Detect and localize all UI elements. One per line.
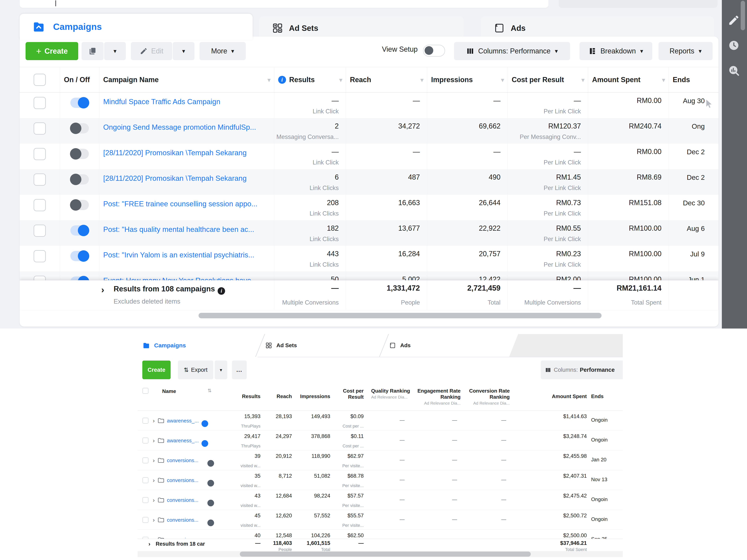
row-checkbox[interactable] [143,517,148,523]
row-checkbox[interactable] [143,437,148,444]
row-checkbox[interactable] [34,123,46,135]
create-button[interactable]: + Create [26,42,78,60]
table-row: › conversions... 39visited w... 20,912 1… [137,450,623,470]
horizontal-scrollbar[interactable] [240,552,531,557]
more-options-button[interactable]: ... [232,361,247,379]
header-ends[interactable]: Ends [669,67,719,92]
duplicate-dropdown-button[interactable]: ▾ [104,42,126,60]
row-checkbox[interactable] [34,199,46,211]
row-checkbox[interactable] [34,224,46,237]
filter-bar-partial[interactable] [559,0,718,8]
sort-icon[interactable]: ⇅ [208,388,211,393]
campaign-toggle[interactable] [70,174,89,185]
campaign-toggle[interactable] [70,225,89,236]
campaign-name-link[interactable]: Post: "Irvin Yalom is an existential psy… [103,251,270,259]
header-engagement-ranking[interactable]: Engagement Rate RankingAd Relevance Dia.… [416,383,463,410]
duplicate-button[interactable] [82,42,104,60]
create-button[interactable]: Create [142,361,171,379]
campaign-toggle[interactable] [70,123,89,133]
info-icon[interactable]: i [278,76,286,84]
edit-dropdown-button[interactable]: ▾ [173,42,195,60]
reports-button[interactable]: Reports▾ [659,42,713,60]
row-checkbox[interactable] [34,97,46,109]
campaign-name-link[interactable]: Mindful Space Traffic Ads Campaign [103,98,270,106]
header-conversion-ranking[interactable]: Conversion Rate RankingAd Relevance Dia.… [463,383,512,410]
expand-chevron-icon[interactable]: › [153,536,155,539]
tab-ad-sets[interactable]: Ad Sets [263,334,381,357]
campaign-toggle[interactable] [70,200,89,210]
expand-chevron-icon[interactable]: › [101,284,104,295]
export-button[interactable]: ⇅ Export [178,361,213,379]
row-checkbox[interactable] [34,276,46,280]
campaign-toggle[interactable] [70,149,89,159]
header-name[interactable]: Name ⇅ [137,383,234,410]
campaign-name-link[interactable]: Ongoing Send Message promotion MindfulSp… [103,123,270,131]
info-icon[interactable]: i [217,287,225,295]
header-reach[interactable]: Reach [262,383,294,410]
expand-chevron-icon[interactable]: › [148,540,150,547]
row-checkbox[interactable] [143,477,148,483]
row-checkbox[interactable] [143,418,148,424]
tab-ads[interactable]: Ads [387,334,505,357]
inspect-chart-icon[interactable] [728,64,740,77]
campaign-name-link[interactable]: conversions... [167,457,206,463]
row-checkbox[interactable] [143,457,148,463]
row-checkbox[interactable] [34,148,46,160]
columns-button[interactable]: Columns: Performance [541,361,623,379]
tab-campaigns[interactable]: Campaigns [137,334,258,357]
header-amount-spent[interactable]: Amount Spent [512,383,589,410]
expand-chevron-icon[interactable]: › [153,516,155,523]
row-checkbox[interactable] [143,497,148,503]
history-clock-icon[interactable] [728,39,740,52]
header-impressions[interactable]: Impressions [294,383,332,410]
header-campaign-name[interactable]: Campaign Name▾ [99,67,274,92]
row-checkbox[interactable] [34,174,46,186]
rail-scrollbar[interactable] [741,1,745,30]
expand-chevron-icon[interactable]: › [153,417,155,424]
breakdown-button[interactable]: Breakdown▾ [579,42,652,60]
horizontal-scrollbar[interactable] [199,313,601,318]
campaign-name-link[interactable]: Event: How many New Year Resolutions hav… [103,276,270,280]
header-reach[interactable]: Reach▾ [346,67,427,92]
view-setup-toggle[interactable] [423,45,445,57]
header-impressions[interactable]: Impressions▾ [427,67,508,92]
campaign-name-link[interactable]: awareness_... [167,418,206,424]
header-select-all[interactable] [143,388,148,394]
tab-ads[interactable]: Ads [481,17,714,40]
header-amount-spent[interactable]: Amount Spent▾ [588,67,669,92]
campaign-toggle[interactable] [70,251,89,261]
header-cost-per-result[interactable]: Cost per Result▾ [508,67,588,92]
header-cost-per-result[interactable]: Cost per Result [332,383,366,410]
expand-chevron-icon[interactable]: › [153,497,155,503]
campaign-name-link[interactable]: Post: "Has quality mental healthcare bee… [103,225,270,234]
expand-chevron-icon[interactable]: › [153,437,155,444]
tab-campaigns[interactable]: Campaigns [20,14,253,40]
campaign-toggle[interactable] [70,276,89,280]
expand-chevron-icon[interactable]: › [153,457,155,464]
row-checkbox[interactable] [34,250,46,262]
header-results[interactable]: Results [234,383,262,410]
header-ends[interactable]: Ends [589,383,623,410]
header-quality-ranking[interactable]: Quality RankingAd Relevance Dia... [366,383,416,410]
campaign-name-link[interactable]: Post: "FREE trainee counselling session … [103,200,270,208]
campaign-name-link[interactable]: [28/11/2020] Promosikan \Tempah Sekarang [103,149,270,157]
expand-chevron-icon[interactable]: › [153,477,155,484]
campaign-toggle[interactable] [70,98,89,108]
campaign-name-link[interactable]: conversions... [167,517,206,523]
campaign-name-link[interactable]: conversions... [167,537,206,539]
totals-title-cell[interactable]: › Results from 108 campaignsi Excludes d… [20,281,274,310]
edit-button[interactable]: Edit [131,42,172,60]
campaign-name-link[interactable]: conversions... [167,477,206,483]
tab-ad-sets[interactable]: Ad Sets [259,17,464,40]
campaign-name-link[interactable]: conversions... [167,497,206,503]
search-bar-partial[interactable] [20,0,548,8]
row-checkbox[interactable] [143,537,148,539]
header-results[interactable]: i Results▾ [274,67,346,92]
campaign-name-link[interactable]: awareness_... [167,437,206,444]
columns-button[interactable]: Columns: Performance▾ [454,42,570,60]
header-select-all[interactable] [20,67,60,92]
campaign-name-link[interactable]: [28/11/2020] Promosikan \Tempah Sekarang [103,174,270,183]
more-button[interactable]: More▾ [200,42,246,60]
export-dropdown-button[interactable]: ▾ [215,361,227,379]
edit-pencil-icon[interactable] [728,14,740,26]
